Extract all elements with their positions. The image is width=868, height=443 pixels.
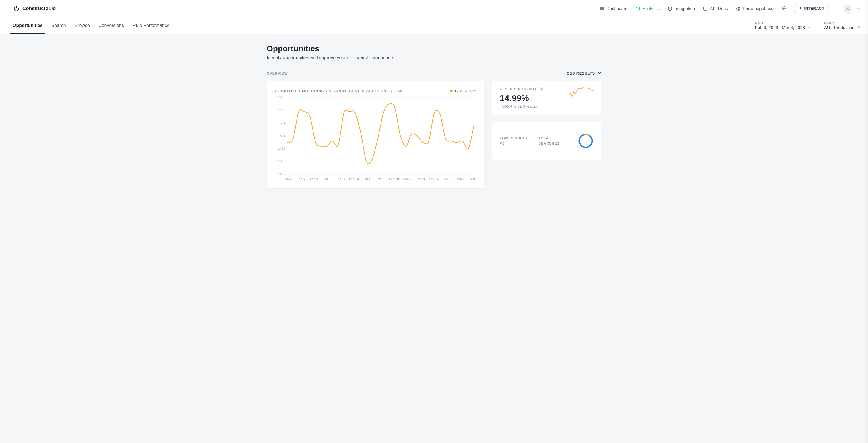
info-icon[interactable]: i [539,87,544,91]
svg-text:Mar 2: Mar 2 [456,177,464,181]
stat-value: 14.99% [500,93,544,103]
svg-text:Feb 6: Feb 6 [297,177,305,181]
tab-browse[interactable]: Browse [74,17,90,34]
svg-text:Mar 4: Mar 4 [470,177,476,181]
svg-text:Feb 4: Feb 4 [283,177,291,181]
tab-label: Conversions [98,23,124,28]
subnav: Opportunities Search Browse Conversions … [0,17,868,34]
nav-api-docs[interactable]: API Docs [703,6,728,11]
svg-text:180k: 180k [278,96,285,99]
sparkline-chart [568,87,594,97]
svg-point-8 [738,9,739,10]
overview-label: OVERVIEW [267,71,288,75]
interact-label: INTERACT [804,6,825,11]
tab-label: Search [51,23,66,28]
nav-analytics[interactable]: Analytics [636,6,660,11]
donut-chart [578,132,594,149]
svg-text:Feb 14: Feb 14 [349,177,359,181]
subnav-filters: DATE Feb 3, 2023 - Mar 4, 2023 INDEX AU … [755,21,860,30]
overview-header: OVERVIEW CES RESULTS [267,71,601,75]
svg-text:120k: 120k [278,172,285,176]
brand-logo-icon [13,5,20,12]
nav-label: Integration [675,6,695,11]
analytics-icon [636,6,640,11]
tab-label: Browse [74,23,90,28]
subnav-tabs: Opportunities Search Browse Conversions … [12,17,169,34]
svg-rect-2 [600,7,604,8]
svg-text:Feb 26: Feb 26 [429,177,439,181]
brand[interactable]: Constructor.io [13,5,56,12]
tab-conversions[interactable]: Conversions [98,17,124,34]
nav-knowledgebase[interactable]: Knowledgebase [736,6,774,11]
stat-title-line1: LOW RESULTS VS. [500,136,534,146]
legend-label: CES Results [455,89,476,93]
stat-title: CES RESULTS RATE i [500,87,544,91]
svg-text:Feb 24: Feb 24 [415,177,425,181]
svg-text:150k: 150k [278,134,285,137]
svg-text:140k: 140k [278,147,285,150]
legend-swatch-icon [450,90,453,92]
chart-title: COGNITIVE EMBEDDINGS SEARCH (CES) RESULT… [275,89,404,93]
date-label: DATE [755,21,810,24]
brand-name: Constructor.io [22,6,56,11]
notifications-button[interactable] [781,5,786,11]
chevron-down-icon [808,26,810,29]
stat-stack: CES RESULTS RATE i 14.99% 4,538,479 CES … [492,81,601,160]
svg-text:170k: 170k [278,108,285,112]
stat-title: LOW RESULTS VS. TOTAL SEARCHES [500,136,572,146]
stat-subtext: 4,538,479 CES results [500,104,544,108]
svg-text:Feb 16: Feb 16 [362,177,372,181]
nav-label: Analytics [642,6,660,11]
nav-label: Dashboard [607,6,627,11]
svg-text:Feb 18: Feb 18 [376,177,385,181]
svg-rect-3 [600,9,604,9]
ces-chart-card: COGNITIVE EMBEDDINGS SEARCH (CES) RESULT… [267,81,484,188]
page-subtitle: Identify opportunities and improve your … [267,55,601,60]
tab-opportunities[interactable]: Opportunities [12,17,43,34]
chart-area: 180k170k160k150k140k130k120kFeb 4Feb 6Fe… [275,96,476,183]
ces-results-dropdown[interactable]: CES RESULTS [567,71,601,75]
svg-text:Feb 28: Feb 28 [442,177,452,181]
svg-text:Feb 20: Feb 20 [389,177,399,181]
ces-rate-card: CES RESULTS RATE i 14.99% 4,538,479 CES … [492,81,601,115]
chevron-down-icon [857,26,860,29]
svg-text:Feb 8: Feb 8 [310,177,318,181]
svg-text:130k: 130k [278,160,285,163]
dashboard-icon [600,6,604,11]
stat-title-text: CES RESULTS RATE [500,87,537,91]
play-icon [798,6,802,11]
interact-button[interactable]: INTERACT [793,4,830,13]
svg-rect-4 [704,7,707,10]
index-picker[interactable]: INDEX AU - Production [824,21,860,30]
low-results-card: LOW RESULTS VS. TOTAL SEARCHES [492,122,601,160]
primary-nav: Dashboard Analytics Integration API Docs… [600,6,774,11]
help-icon [736,6,741,11]
svg-text:160k: 160k [278,121,285,125]
box-icon [668,6,672,11]
chevron-down-icon [598,71,601,75]
page-title: Opportunities [267,44,601,53]
tab-label: Rule Performance [133,23,169,28]
page-body: Opportunities Identify opportunities and… [0,34,868,443]
tab-rule-performance[interactable]: Rule Performance [133,17,169,34]
topbar-right: INTERACT [781,3,860,14]
svg-text:Feb 12: Feb 12 [336,177,346,181]
svg-point-9 [847,7,848,8]
nav-integration[interactable]: Integration [668,6,695,11]
svg-text:Feb 10: Feb 10 [322,177,332,181]
index-value: AU - Production [824,25,855,30]
date-value: Feb 3, 2023 - Mar 4, 2023 [755,25,805,30]
nav-label: Knowledgebase [743,6,774,11]
nav-dashboard[interactable]: Dashboard [600,6,627,11]
date-picker[interactable]: DATE Feb 3, 2023 - Mar 4, 2023 [755,21,810,30]
nav-label: API Docs [710,6,728,11]
tab-label: Opportunities [12,23,43,28]
topbar: Constructor.io Dashboard Analytics Integ… [0,0,868,17]
avatar-icon [843,4,852,13]
tab-search[interactable]: Search [51,17,66,34]
chevron-down-icon [857,6,860,11]
svg-text:Feb 22: Feb 22 [402,177,412,181]
ces-dropdown-label: CES RESULTS [567,71,595,75]
account-menu[interactable] [836,3,860,14]
chart-legend: CES Results [450,89,476,93]
